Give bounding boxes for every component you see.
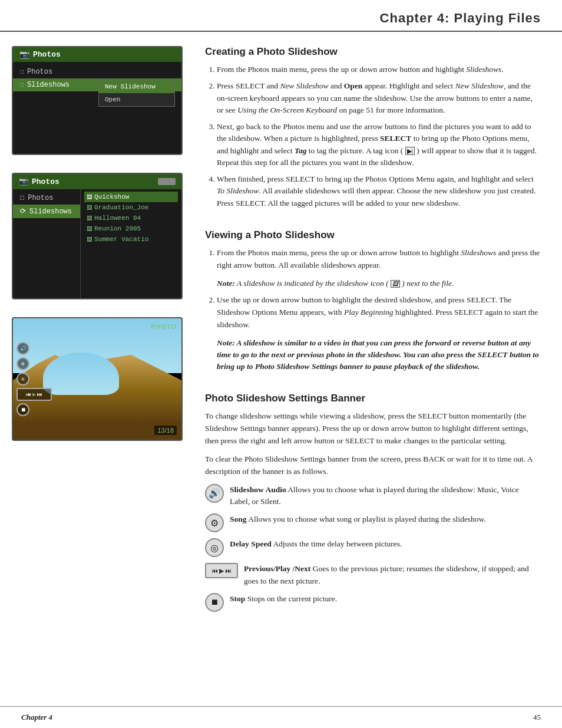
photos-label: Photos bbox=[27, 68, 52, 76]
song-icon-desc: ⚙ bbox=[205, 513, 224, 532]
screen2-title: Photos bbox=[32, 177, 59, 186]
prev-ctrl-icon: ⏮ bbox=[211, 567, 218, 574]
song-desc-text: Song Allows you to choose what song or p… bbox=[230, 513, 486, 525]
icon-row-delay: ◎ Delay Speed Adjusts the time delay bet… bbox=[205, 538, 541, 557]
scroll-bar-top bbox=[158, 178, 176, 185]
slideshows-label: Slideshows bbox=[27, 81, 70, 89]
delay-bold: Delay Speed bbox=[230, 539, 272, 548]
slide-icon-3: 🖼 bbox=[87, 215, 92, 222]
slideshows-icon: □ bbox=[20, 82, 24, 88]
slideshow-graduation: 🖼 Graduation_Joe bbox=[84, 202, 178, 213]
slideshows-italic-1: Slideshows bbox=[466, 65, 501, 74]
note-bold-2: Note: bbox=[217, 338, 235, 347]
viewing-title: Viewing a Photo Slideshow bbox=[205, 229, 541, 241]
slideshows-italic-v: Slideshows bbox=[461, 248, 496, 257]
submenu-new-slideshow: New Slideshow bbox=[99, 80, 174, 93]
step-1: From the Photos main menu, press the up … bbox=[217, 64, 541, 75]
view-note-1: Note: A slideshow is indicated by the sl… bbox=[217, 278, 541, 289]
prev-icon: ⏮ bbox=[26, 391, 31, 398]
submenu: New Slideshow Open bbox=[98, 80, 175, 107]
view-step-2-text: Use the up or down arrow button to highl… bbox=[217, 294, 541, 331]
banner-para1: To change slideshow settings while viewi… bbox=[205, 410, 541, 447]
next-ctrl-icon: ⏭ bbox=[225, 567, 232, 574]
page-body: 📷 Photos □ Photos □ Slideshows New Slide… bbox=[0, 32, 562, 632]
photo-label: PHOTO bbox=[151, 323, 177, 330]
next-icon: ⏭ bbox=[37, 391, 42, 398]
delay-icon-desc: ◎ bbox=[205, 538, 224, 557]
stop-bold: Stop bbox=[230, 594, 245, 603]
slideshow-quickshow: 🖼 Quickshow bbox=[84, 192, 178, 202]
audio-bold: Slideshow Audio bbox=[230, 485, 286, 494]
open-bold: Open bbox=[344, 81, 363, 90]
audio-icon-desc: 🔊 bbox=[205, 484, 224, 503]
step-4: When finished, press SELECT to bring up … bbox=[217, 173, 541, 209]
stop-desc-text: Stop Stops on the current picture. bbox=[230, 593, 337, 605]
photos-icon: □ bbox=[20, 69, 24, 75]
slideshow-halloween: 🖼 Halloween 04 bbox=[84, 213, 178, 223]
reunion-label: Reunion 2005 bbox=[94, 225, 141, 232]
slideshow-icon-inline: 🖼 bbox=[391, 280, 400, 288]
new-slideshow-italic-2: New Slideshow bbox=[455, 81, 504, 90]
screenshot-2: 📷 Photos □ Photos ⟳ Slideshows bbox=[12, 173, 183, 299]
slide-icon-4: 🖼 bbox=[87, 226, 92, 232]
to-slideshow-italic: To Slideshow bbox=[217, 186, 259, 195]
icon-row-stop: ⏹ Stop Stops on the current picture. bbox=[205, 593, 541, 612]
screen2-right-panel: 🖼 Quickshow 🖼 Graduation_Joe 🖼 Halloween… bbox=[81, 189, 181, 298]
keyboard-italic: Using the On-Screen Keyboard bbox=[237, 106, 337, 114]
play-begin-italic: Play Beginning bbox=[344, 308, 394, 317]
screenshot-3: PHOTO 🔊 ⚙ ⊙ ⏮ ▶ ⏭ ⏹ 13/18 bbox=[12, 317, 183, 441]
menu-item-photos: □ Photos bbox=[13, 65, 181, 78]
chapter-title: Chapter 4: Playing Files bbox=[21, 11, 541, 26]
viewing-steps: From the Photos main menu, press the up … bbox=[217, 247, 541, 373]
screen1-title: Photos bbox=[33, 50, 61, 59]
view-note-2: Note: A slideshow is similar to a video … bbox=[217, 337, 541, 373]
play-ctrl-icon: ▶ bbox=[219, 567, 224, 575]
view-step-2: Use the up or down arrow button to highl… bbox=[217, 294, 541, 373]
prevplaynext-icon-desc: ⏮ ▶ ⏭ bbox=[205, 563, 238, 578]
spacer-1 bbox=[205, 215, 541, 226]
play-icon: ▶ bbox=[32, 391, 35, 398]
slideshow-summer: 🖼 Summer Vacatio bbox=[84, 234, 178, 245]
s2-slide-icon: ⟳ bbox=[20, 207, 26, 216]
step-2: Press SELECT and New Slideshow and Open … bbox=[217, 80, 541, 116]
screenshot-1: 📷 Photos □ Photos □ Slideshows New Slide… bbox=[12, 46, 183, 155]
quickshow-label: Quickshow bbox=[94, 193, 129, 200]
icon-row-song: ⚙ Song Allows you to choose what song or… bbox=[205, 513, 541, 532]
footer-page-number: 45 bbox=[533, 713, 541, 722]
page-footer: Chapter 4 45 bbox=[0, 706, 562, 728]
right-column: Creating a Photo Slideshow From the Phot… bbox=[194, 32, 562, 632]
s2-photos-icon: □ bbox=[20, 194, 24, 202]
pause-ctrl: ⊙ bbox=[16, 373, 29, 386]
left-column: 📷 Photos □ Photos □ Slideshows New Slide… bbox=[0, 32, 194, 632]
view-step-1: From the Photos main menu, press the up … bbox=[217, 247, 541, 289]
slide-icon-2: 🖼 bbox=[87, 205, 92, 211]
photo-counter: 13/18 bbox=[154, 426, 177, 435]
s2-slideshows-label: Slideshows bbox=[29, 207, 72, 216]
screen2-inner: □ Photos ⟳ Slideshows 🖼 Quickshow 🖼 bbox=[13, 189, 181, 298]
graduation-label: Graduation_Joe bbox=[94, 204, 148, 211]
audio-desc-text: Slideshow Audio Allows you to choose wha… bbox=[230, 484, 541, 508]
ppn-bold: Previous/Play /Next bbox=[244, 564, 310, 573]
view-step-1-text: From the Photos main menu, press the up … bbox=[217, 247, 541, 272]
new-slideshow-italic: New Slideshow bbox=[280, 81, 328, 90]
camera-icon-2: 📷 bbox=[19, 177, 28, 186]
screen1-header: 📷 Photos bbox=[13, 47, 181, 62]
song-bold: Song bbox=[230, 515, 247, 523]
stop-icon-desc: ⏹ bbox=[205, 593, 224, 612]
delay-desc-text: Delay Speed Adjusts the time delay betwe… bbox=[230, 538, 402, 550]
footer-chapter: Chapter 4 bbox=[21, 713, 52, 722]
tag-icon-placeholder: ▶| bbox=[405, 147, 415, 155]
step-3: Next, go back to the Photos menu and use… bbox=[217, 121, 541, 169]
audio-ctrl: 🔊 bbox=[16, 342, 29, 355]
page-header: Chapter 4: Playing Files bbox=[0, 0, 562, 32]
s2-photos: □ Photos bbox=[13, 192, 80, 205]
settings-ctrl: ⚙ bbox=[16, 357, 29, 370]
camera-icon: 📷 bbox=[19, 51, 29, 59]
icon-row-audio: 🔊 Slideshow Audio Allows you to choose w… bbox=[205, 484, 541, 508]
prev-play-next-ctrl: ⏮ ▶ ⏭ bbox=[16, 388, 52, 401]
select-bold-1: SELECT bbox=[380, 134, 411, 143]
note-bold-1: Note: bbox=[217, 279, 235, 288]
screen2-header: 📷 Photos bbox=[13, 174, 181, 189]
slideshow-reunion: 🖼 Reunion 2005 bbox=[84, 223, 178, 234]
summer-label: Summer Vacatio bbox=[94, 236, 148, 243]
